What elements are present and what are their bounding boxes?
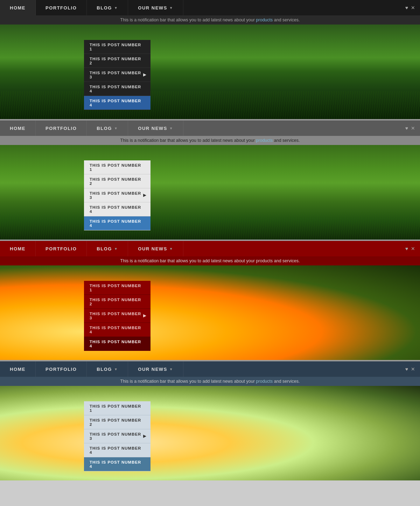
nav-our-news[interactable]: OUR NEWS ▼ [128, 0, 183, 15]
products-link-3[interactable]: products [256, 258, 273, 263]
close-icon-2[interactable]: ✕ [411, 125, 415, 131]
dropdown-item-4[interactable]: THIS IS POST NUMBER 4 [84, 82, 150, 96]
nav-blog-2[interactable]: BLOG ▼ [87, 120, 128, 136]
nav-our-news-2[interactable]: OUR NEWS ▼ [128, 120, 183, 136]
grass-overlay [0, 91, 420, 119]
dropdown-item-1c[interactable]: THIS IS POST NUMBER 1 [84, 281, 150, 295]
dropdown-item-3b[interactable]: THIS IS POST NUMBER 3 ▶ [84, 188, 150, 202]
notification-bar-3: This is a notification bar that allows y… [0, 256, 420, 265]
background-panel-2: THIS IS POST NUMBER 1 THIS IS POST NUMBE… [0, 145, 420, 240]
products-link-4[interactable]: products [256, 379, 273, 384]
dropdown-item-2c[interactable]: THIS IS POST NUMBER 2 [84, 295, 150, 309]
section-gray: HOME PORTFOLIO BLOG ▼ OUR NEWS ▼ ♥ ✕ Thi… [0, 120, 420, 240]
nav-home-3[interactable]: HOME [0, 241, 36, 256]
dropdown-item-4b[interactable]: THIS IS POST NUMBER 4 [84, 202, 150, 216]
nav-home-4[interactable]: HOME [0, 361, 36, 377]
dropdown-item-1b[interactable]: THIS IS POST NUMBER 1 [84, 160, 150, 174]
dropdown-menu-red: THIS IS POST NUMBER 1 THIS IS POST NUMBE… [84, 281, 150, 351]
nav-action-icons-4: ♥ ✕ [405, 366, 420, 372]
section-blue: HOME PORTFOLIO BLOG ▼ OUR NEWS ▼ ♥ ✕ Thi… [0, 361, 420, 480]
notification-bar: This is a notification bar that allows y… [0, 15, 420, 25]
grass-overlay-2 [0, 212, 420, 240]
dropdown-item-5b[interactable]: THIS IS POST NUMBER 4 [84, 216, 150, 230]
heart-icon-2[interactable]: ♥ [405, 125, 408, 131]
nav-action-icons: ♥ ✕ [405, 5, 420, 11]
nav-portfolio-4[interactable]: PORTFOLIO [36, 361, 87, 377]
products-link[interactable]: products [256, 18, 273, 22]
notification-bar-2: This is a notification bar that allows y… [0, 136, 420, 145]
blog-dropdown-3: THIS IS POST NUMBER 1 THIS IS POST NUMBE… [84, 281, 150, 351]
navbar-gray: HOME PORTFOLIO BLOG ▼ OUR NEWS ▼ ♥ ✕ [0, 120, 420, 136]
notification-bar-4: This is a notification bar that allows y… [0, 377, 420, 386]
dropdown-item-5[interactable]: THIS IS POST NUMBER 4 [84, 96, 150, 110]
submenu-arrow-icon-2: ▶ [143, 193, 146, 197]
dropdown-item-5c[interactable]: THIS IS POST NUMBER 4 [84, 337, 150, 351]
dropdown-item-3d[interactable]: THIS IS POST NUMBER 3 ▶ [84, 429, 150, 443]
nav-home-2[interactable]: HOME [0, 120, 36, 136]
submenu-arrow-icon-3: ▶ [143, 313, 146, 318]
heart-icon[interactable]: ♥ [405, 5, 408, 11]
our-news-arrow-icon-4: ▼ [169, 367, 173, 371]
nav-blog[interactable]: BLOG ▼ [87, 0, 128, 15]
close-icon-3[interactable]: ✕ [411, 246, 415, 251]
nav-portfolio[interactable]: PORTFOLIO [36, 0, 87, 15]
close-icon[interactable]: ✕ [411, 5, 415, 11]
submenu-arrow-icon-4: ▶ [143, 434, 146, 438]
dropdown-item-2[interactable]: THIS IS POST NUMBER 2 [84, 54, 150, 68]
our-news-arrow-icon-3: ▼ [169, 247, 173, 251]
nav-portfolio-3[interactable]: PORTFOLIO [36, 241, 87, 256]
heart-icon-3[interactable]: ♥ [405, 246, 408, 251]
our-news-arrow-icon-2: ▼ [169, 126, 173, 130]
dropdown-menu-dark: THIS IS POST NUMBER 1 THIS IS POST NUMBE… [84, 40, 150, 110]
blog-dropdown-2: THIS IS POST NUMBER 1 THIS IS POST NUMBE… [84, 160, 150, 230]
our-news-arrow-icon: ▼ [169, 6, 173, 10]
blog-arrow-icon-4: ▼ [114, 367, 118, 371]
nav-home[interactable]: HOME [0, 0, 36, 15]
background-panel-4: THIS IS POST NUMBER 1 THIS IS POST NUMBE… [0, 386, 420, 480]
nav-blog-3[interactable]: BLOG ▼ [87, 241, 128, 256]
blog-arrow-icon-3: ▼ [114, 247, 118, 251]
heart-icon-4[interactable]: ♥ [405, 366, 408, 372]
nav-our-news-4[interactable]: OUR NEWS ▼ [128, 361, 183, 377]
nav-action-icons-2: ♥ ✕ [405, 125, 420, 131]
section-red: HOME PORTFOLIO BLOG ▼ OUR NEWS ▼ ♥ ✕ Thi… [0, 241, 420, 360]
blog-arrow-icon-2: ▼ [114, 126, 118, 130]
blog-dropdown-4: THIS IS POST NUMBER 1 THIS IS POST NUMBE… [84, 401, 150, 471]
nav-blog-4[interactable]: BLOG ▼ [87, 361, 128, 377]
navbar-blue: HOME PORTFOLIO BLOG ▼ OUR NEWS ▼ ♥ ✕ [0, 361, 420, 377]
dropdown-item-2b[interactable]: THIS IS POST NUMBER 2 [84, 174, 150, 188]
blog-dropdown: THIS IS POST NUMBER 1 THIS IS POST NUMBE… [84, 40, 150, 110]
dropdown-item-4d[interactable]: THIS IS POST NUMBER 4 [84, 443, 150, 457]
dropdown-item-5d[interactable]: THIS IS POST NUMBER 4 [84, 457, 150, 471]
background-panel-3: THIS IS POST NUMBER 1 THIS IS POST NUMBE… [0, 265, 420, 360]
submenu-arrow-icon: ▶ [143, 72, 146, 77]
nav-our-news-3[interactable]: OUR NEWS ▼ [128, 241, 183, 256]
dropdown-item-3c[interactable]: THIS IS POST NUMBER 3 ▶ [84, 309, 150, 323]
background-panel: THIS IS POST NUMBER 1 THIS IS POST NUMBE… [0, 25, 420, 119]
dropdown-item-3[interactable]: THIS IS POST NUMBER 3 ▶ [84, 68, 150, 82]
products-link-2[interactable]: products [256, 138, 273, 143]
dropdown-menu-light: THIS IS POST NUMBER 1 THIS IS POST NUMBE… [84, 160, 150, 230]
navbar-dark: HOME PORTFOLIO BLOG ▼ OUR NEWS ▼ ♥ ✕ [0, 0, 420, 15]
dropdown-item-2d[interactable]: THIS IS POST NUMBER 2 [84, 415, 150, 429]
navbar-red: HOME PORTFOLIO BLOG ▼ OUR NEWS ▼ ♥ ✕ [0, 241, 420, 256]
close-icon-4[interactable]: ✕ [411, 366, 415, 372]
section-dark: HOME PORTFOLIO BLOG ▼ OUR NEWS ▼ ♥ ✕ Thi… [0, 0, 420, 119]
dropdown-item-1d[interactable]: THIS IS POST NUMBER 1 [84, 401, 150, 415]
nav-portfolio-2[interactable]: PORTFOLIO [36, 120, 87, 136]
dropdown-menu-blue: THIS IS POST NUMBER 1 THIS IS POST NUMBE… [84, 401, 150, 471]
blog-arrow-icon: ▼ [114, 6, 118, 10]
nav-action-icons-3: ♥ ✕ [405, 246, 420, 251]
dropdown-item-1[interactable]: THIS IS POST NUMBER 1 [84, 40, 150, 54]
dropdown-item-4c[interactable]: THIS IS POST NUMBER 4 [84, 323, 150, 337]
